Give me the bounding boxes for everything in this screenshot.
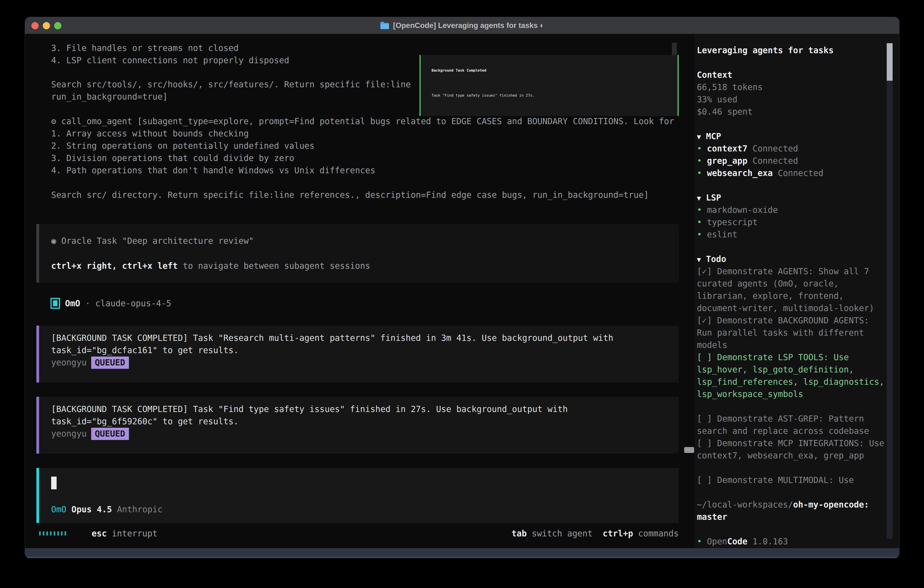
sidebar: Leveraging agents for tasks Context 66,5… bbox=[695, 34, 899, 548]
sidebar-scrollbar-track[interactable] bbox=[887, 43, 893, 539]
mcp-item-name: websearch_exa bbox=[707, 168, 773, 178]
bullet-icon: • bbox=[697, 537, 702, 547]
workspace-branch: master bbox=[697, 511, 899, 523]
app-version-number: 1.0.163 bbox=[747, 537, 788, 547]
toast-body: Task "Find type safety issues" finished … bbox=[432, 89, 678, 102]
background-task-box: [BACKGROUND TASK COMPLETED] Task "Resear… bbox=[36, 325, 679, 382]
lsp-item: •markdown-oxide bbox=[697, 204, 899, 216]
minimize-window-button[interactable] bbox=[43, 22, 50, 29]
tool-call-item: 2. String operations on potentially unde… bbox=[36, 140, 695, 152]
input-provider-name: Anthropic bbox=[117, 505, 163, 514]
workspace-path: ~/local-workspaces/oh-my-opencode: bbox=[697, 499, 886, 511]
task-meta-row: yeongyuQUEUED bbox=[51, 357, 679, 369]
todo-item-done: [✓] Demonstrate BACKGROUND AGENTS: Run p… bbox=[697, 314, 886, 351]
main-scrollbar-thumb-bottom[interactable] bbox=[684, 447, 694, 453]
mcp-item-status: Connected bbox=[747, 156, 798, 166]
context-tokens: 66,518 tokens bbox=[697, 81, 899, 93]
task-user: yeongyu bbox=[51, 429, 87, 439]
mcp-item: •context7 Connected bbox=[697, 142, 899, 155]
workspace-path-prefix: ~/local-workspaces/ bbox=[697, 500, 793, 510]
ctrl-p-key: ctrl+p bbox=[603, 529, 633, 538]
maximize-window-button[interactable] bbox=[54, 22, 61, 29]
workspace-repo: oh-my-opencode: bbox=[793, 500, 869, 510]
mcp-item-name: context7 bbox=[707, 144, 747, 154]
spinner-dots-icon bbox=[39, 531, 66, 535]
queued-status-badge: QUEUED bbox=[91, 357, 129, 369]
agent-name: OmO bbox=[65, 299, 80, 308]
close-window-button[interactable] bbox=[31, 22, 39, 29]
task-message-line: task_id="bg_6f59260c" to get results. bbox=[51, 415, 679, 428]
toast-title: Background Task Completed bbox=[432, 64, 678, 77]
shortcut-hint-text: to navigate between subagent sessions bbox=[178, 261, 370, 271]
chevron-down-icon: ▼ bbox=[697, 194, 701, 202]
mcp-item-name: grep_app bbox=[707, 156, 747, 166]
mcp-item-status: Connected bbox=[747, 144, 798, 154]
opencode-version: •OpenCode 1.0.163 bbox=[697, 535, 899, 548]
tool-call-item: 1. Array access without bounds checking bbox=[36, 127, 695, 140]
traffic-lights bbox=[31, 17, 61, 34]
oracle-shortcut-hint: ctrl+x right, ctrl+x left to navigate be… bbox=[51, 260, 679, 272]
bullet-icon: • bbox=[697, 144, 702, 154]
oracle-task-title: ◉ Oracle Task "Deep architecture review" bbox=[51, 235, 679, 247]
window-titlebar: [OpenCode] Leveraging agents for tasks ◐ bbox=[25, 17, 899, 34]
todo-item-pending: [ ] Demonstrate AST-GREP: Pattern search… bbox=[697, 413, 886, 437]
opencode-window: [OpenCode] Leveraging agents for tasks ◐… bbox=[25, 17, 899, 558]
tab-key: tab bbox=[512, 529, 527, 538]
tool-call-tail: Search src/ directory. Return specific f… bbox=[36, 189, 695, 201]
agent-model: claude-opus-4-5 bbox=[95, 299, 171, 308]
task-meta-row: yeongyuQUEUED bbox=[51, 428, 679, 440]
agent-header: OmO · claude-opus-4-5 bbox=[36, 297, 695, 310]
input-model-row: OmO Opus 4.5 Anthropic bbox=[51, 504, 679, 516]
status-bar: esc interrupt tab switch agent ctrl+p co… bbox=[36, 527, 679, 540]
lsp-section-header[interactable]: ▼LSP bbox=[697, 192, 899, 204]
window-title-group: [OpenCode] Leveraging agents for tasks ◐ bbox=[380, 21, 544, 30]
prompt-input-area[interactable]: OmO Opus 4.5 Anthropic bbox=[36, 468, 679, 523]
ctrl-p-action: commands bbox=[633, 529, 679, 538]
background-task-toast[interactable]: Background Task Completed Task "Find typ… bbox=[419, 55, 679, 116]
log-line: 3. File handles or streams not closed bbox=[36, 42, 695, 55]
lsp-item: •eslint bbox=[697, 228, 899, 241]
lsp-item-name: eslint bbox=[707, 230, 738, 239]
tool-call-text: call_omo_agent [subagent_type=explore, p… bbox=[61, 116, 674, 126]
gear-icon: ⚙ bbox=[51, 116, 56, 126]
target-icon: ◉ bbox=[51, 236, 56, 246]
todo-item-pending: [ ] Demonstrate MULTIMODAL: Use bbox=[697, 474, 886, 486]
desktop-background: [OpenCode] Leveraging agents for tasks ◐… bbox=[0, 0, 924, 588]
sidebar-scrollbar-thumb[interactable] bbox=[887, 43, 893, 81]
bullet-icon: • bbox=[697, 217, 702, 227]
app-name-light: Open bbox=[707, 537, 727, 547]
shortcut-keys: ctrl+x right, ctrl+x left bbox=[51, 261, 178, 271]
context-spent: $0.46 spent bbox=[697, 106, 899, 118]
chevron-down-icon: ▼ bbox=[697, 133, 701, 141]
mcp-item: •grep_app Connected bbox=[697, 155, 899, 167]
queued-status-badge: QUEUED bbox=[91, 428, 129, 440]
task-message-line: [BACKGROUND TASK COMPLETED] Task "Find t… bbox=[51, 403, 679, 415]
keyboard-hints: tab switch agent ctrl+p commands bbox=[512, 529, 679, 538]
todo-item-pending: [ ] Demonstrate MCP INTEGRATIONS: Use co… bbox=[697, 437, 886, 462]
context-used: 33% used bbox=[697, 93, 899, 106]
lsp-item: •typescript bbox=[697, 216, 899, 228]
bullet-icon: • bbox=[697, 205, 702, 215]
tool-call-line: ⚙ call_omo_agent [subagent_type=explore,… bbox=[36, 115, 695, 127]
tool-call-item: 4. Path operations that don't handle Win… bbox=[36, 164, 695, 177]
esc-hint: esc interrupt bbox=[92, 529, 158, 538]
window-title: [OpenCode] Leveraging agents for tasks ◐ bbox=[393, 21, 544, 30]
todo-item-done: [✓] Demonstrate AGENTS: Show all 7 curat… bbox=[697, 265, 886, 314]
mcp-section-header[interactable]: ▼MCP bbox=[697, 130, 899, 142]
omo-agent-icon bbox=[51, 298, 60, 309]
app-name-bold: Code bbox=[727, 537, 747, 547]
lsp-item-name: typescript bbox=[707, 217, 757, 227]
chevron-down-icon: ▼ bbox=[697, 256, 701, 264]
esc-action: interrupt bbox=[107, 529, 158, 538]
bullet-icon: • bbox=[697, 230, 702, 239]
context-header: Context bbox=[697, 69, 899, 81]
input-agent-name: OmO bbox=[51, 505, 66, 514]
tool-call-item: 3. Division operations that could divide… bbox=[36, 152, 695, 164]
bullet-icon: • bbox=[697, 168, 702, 178]
todo-section-header[interactable]: ▼Todo bbox=[697, 253, 899, 265]
mcp-item: •websearch_exa Connected bbox=[697, 167, 899, 179]
task-message-line: [BACKGROUND TASK COMPLETED] Task "Resear… bbox=[51, 332, 679, 344]
separator-dot: · bbox=[85, 299, 90, 308]
lsp-item-name: markdown-oxide bbox=[707, 205, 778, 215]
mcp-item-status: Connected bbox=[773, 168, 823, 178]
